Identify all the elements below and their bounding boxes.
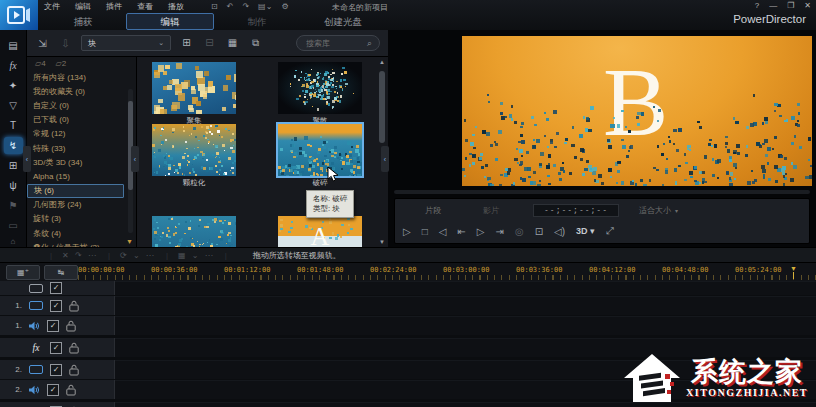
transition-category-dropdown[interactable]: 块 ⌄ (81, 35, 171, 51)
category-0[interactable]: 所有内容 (134) (27, 70, 124, 84)
media-room-icon[interactable]: ▤ (4, 37, 23, 54)
minimize-button[interactable]: — (769, 1, 777, 10)
step-backward-button[interactable]: ⇤ (457, 226, 465, 237)
menu-edit[interactable]: 编辑 (75, 1, 91, 12)
collapse-room-toolbar-handle[interactable]: ‹ (23, 146, 31, 172)
track-lock-icon[interactable] (69, 342, 79, 354)
category-1[interactable]: 我的收藏夹 (0) (27, 84, 124, 98)
pip-objects-room-icon[interactable]: ✦ (4, 77, 23, 94)
capture-icon[interactable]: ⊡ (211, 2, 218, 11)
grid-view-icon[interactable]: ▦ (225, 37, 240, 49)
track-lock-icon[interactable] (66, 320, 76, 332)
clip-mode-tab[interactable]: 片段 (425, 205, 441, 216)
mode-tab-2[interactable]: 制作 (214, 14, 300, 29)
voiceover-room-icon[interactable]: ψ (4, 177, 23, 194)
track-header[interactable]: ✓ (0, 281, 115, 295)
import-media-icon[interactable]: ⇲ (35, 38, 50, 49)
settings-gear-icon[interactable]: ⚙ (281, 2, 288, 11)
transition-tool-group-2[interactable]: ⟳ ⌄ ⋯ (120, 251, 156, 260)
category-5[interactable]: 特殊 (33) (27, 141, 124, 155)
track-header[interactable]: 1.✓ (0, 316, 115, 335)
remove-folder-icon[interactable]: ⊟ (202, 37, 217, 49)
track-header[interactable]: 1.✓ (0, 296, 115, 315)
transition-thumbnail-5[interactable]: A (278, 216, 362, 247)
category-9[interactable]: 几何图形 (24) (27, 198, 124, 212)
title-room-icon[interactable]: T (4, 117, 23, 134)
seek-bar[interactable] (394, 190, 810, 194)
search-input[interactable] (304, 38, 363, 49)
menu-plugins[interactable]: 插件 (106, 1, 122, 12)
playhead-marker[interactable]: ▼ (790, 265, 797, 279)
category-10[interactable]: 旋转 (3) (27, 212, 124, 226)
transition-room-icon[interactable]: ↯ (4, 137, 23, 154)
home-icon[interactable]: ⌂ (11, 237, 16, 246)
subtitle-room-icon[interactable]: ▭ (4, 217, 23, 234)
new-folder-icon[interactable]: ⊞ (179, 37, 194, 49)
3d-mode-button[interactable]: 3D ▾ (576, 226, 595, 236)
mode-tab-3[interactable]: 创建光盘 (300, 14, 386, 29)
track-enable-checkbox[interactable]: ✓ (47, 384, 59, 396)
transition-tool-group-3[interactable]: ▦ ⌄ ⋯ (178, 251, 215, 260)
scroll-down-icon[interactable]: ▼ (126, 238, 133, 245)
category-3[interactable]: 已下载 (0) (27, 113, 124, 127)
preview-quality-button[interactable]: ⊡ (535, 226, 543, 237)
fit-timeline-button[interactable]: ↹ (44, 265, 78, 280)
track-lane[interactable] (115, 296, 816, 315)
track-header[interactable]: 2.✓ (0, 380, 115, 399)
stop-button[interactable]: □ (422, 226, 428, 237)
track-lane[interactable] (115, 316, 816, 335)
fast-forward-button[interactable]: ⇥ (496, 226, 504, 237)
detach-panel-icon[interactable]: ⧉ (248, 37, 263, 49)
track-enable-checkbox[interactable]: ✓ (50, 300, 62, 312)
track-lock-icon[interactable] (66, 384, 76, 396)
category-6[interactable]: 3D/类 3D (34) (27, 155, 124, 169)
timecode-display[interactable]: --;--;--;-- (533, 204, 619, 217)
search-box[interactable]: ⌕ (296, 35, 380, 51)
redo-icon[interactable]: ↷ (242, 2, 249, 11)
panel-splitter-handle[interactable]: ‹ (381, 146, 389, 172)
movie-mode-tab[interactable]: 影片 (483, 205, 499, 216)
audio-mixing-room-icon[interactable]: ⊞ (4, 157, 23, 174)
particle-room-icon[interactable]: ▽ (4, 97, 23, 114)
volume-button[interactable]: ◁) (554, 226, 565, 237)
play-button[interactable]: ▷ (403, 226, 411, 237)
track-enable-checkbox[interactable]: ✓ (50, 342, 62, 354)
category-4[interactable]: 常规 (12) (27, 127, 124, 141)
transition-thumbnail-颗粒化[interactable]: 颗粒化 (152, 124, 236, 188)
track-header[interactable]: fx✓ (0, 338, 115, 357)
menu-play[interactable]: 播放 (168, 1, 184, 12)
category-8[interactable]: 块 (6) (27, 184, 124, 198)
close-button[interactable]: ✕ (804, 1, 811, 10)
menu-view[interactable]: 查看 (137, 1, 153, 12)
track-lock-icon[interactable] (69, 300, 79, 312)
transition-filter-icon-1[interactable]: ▱4 (35, 59, 46, 68)
scroll-up-icon[interactable]: ▲ (379, 59, 385, 65)
track-lane[interactable] (115, 281, 816, 295)
snapshot-button[interactable]: ◎ (515, 226, 524, 237)
transition-thumbnail-4[interactable] (152, 216, 236, 247)
download-icon[interactable]: ⇩ (58, 38, 73, 49)
track-enable-checkbox[interactable]: ✓ (50, 364, 62, 376)
transition-filter-icon-2[interactable]: ▱2 (56, 59, 67, 68)
mode-tab-1[interactable]: 编辑 (126, 13, 214, 30)
mode-tab-0[interactable]: 捕获 (40, 14, 126, 29)
effect-room-icon[interactable]: fx (4, 57, 23, 74)
menu-file[interactable]: 文件 (44, 1, 60, 12)
category-7[interactable]: Alpha (15) (27, 169, 124, 183)
transition-thumbnail-聚散[interactable]: 聚散 (278, 62, 362, 126)
undo-icon[interactable]: ↶ (227, 2, 234, 11)
transition-tool-group-1[interactable]: ✕ ↷ ⋯ (62, 251, 98, 260)
track-lock-icon[interactable] (69, 364, 79, 376)
transition-thumbnail-破碎[interactable]: 破碎 (278, 124, 362, 188)
track-header[interactable]: 2.✓ (0, 360, 115, 379)
help-button[interactable]: ? (755, 1, 759, 10)
restore-button[interactable]: ❐ (787, 1, 794, 10)
collapse-sidebar-handle[interactable]: ‹ (131, 146, 139, 172)
track-manager-button[interactable]: ▦⁺ (6, 265, 40, 280)
next-frame-button[interactable]: ▷ (477, 226, 485, 237)
room-menu-icon[interactable]: ▤⌄ (258, 2, 272, 11)
transition-thumbnail-聚集[interactable]: 聚集 (152, 62, 236, 126)
previous-frame-button[interactable]: ◁ (439, 226, 447, 237)
scroll-down-icon[interactable]: ▼ (379, 239, 385, 245)
category-11[interactable]: 条纹 (4) (27, 226, 124, 240)
